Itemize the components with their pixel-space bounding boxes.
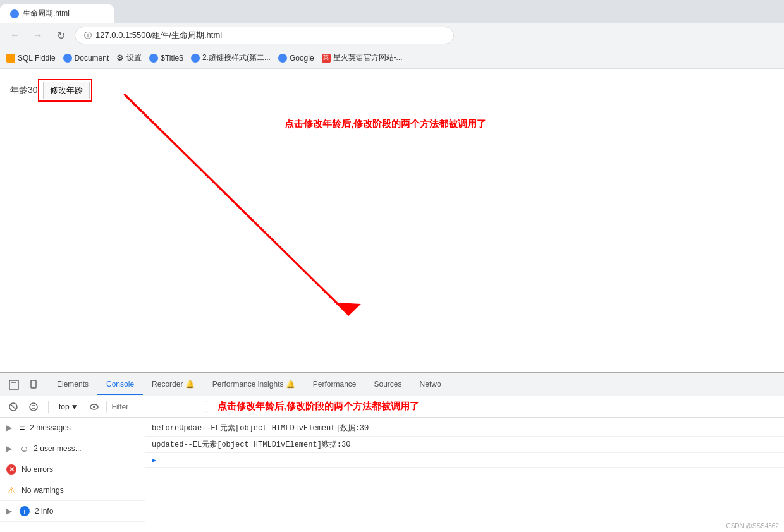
filter-input[interactable] [106, 401, 207, 413]
tab-elements[interactable]: Elements [48, 375, 97, 395]
console-text-2: updated--EL元素[object HTMLDivElement]数据:3… [152, 439, 350, 450]
svg-line-6 [11, 404, 16, 409]
modify-btn-wrapper: 修改年龄 [38, 79, 92, 102]
devtools-tab-bar: Elements Console Recorder 🔔 Performance … [0, 373, 784, 396]
sidebar-errors[interactable]: ✕ No errors [0, 459, 145, 480]
google-icon [278, 54, 287, 63]
messages-label: 2 messages [30, 423, 71, 432]
expand-icon: ▶ [6, 423, 12, 432]
tab-recorder[interactable]: Recorder 🔔 [143, 375, 204, 395]
warnings-label: No warnings [21, 486, 64, 495]
arrow-overlay [0, 69, 784, 372]
devtools-control-icons [5, 376, 43, 394]
address-bar: ← → ↻ ⓘ 127.0.0.1:5500/组件/生命周期.html [0, 23, 784, 48]
browser-chrome: 生命周期.html ← → ↻ ⓘ 127.0.0.1:5500/组件/生命周期… [0, 0, 784, 69]
globe-icon2 [191, 54, 200, 63]
age-row: 年龄30 修改年龄 [10, 79, 774, 102]
devtools-toolbar: top ▼ 点击修改年龄后,修改阶段的两个方法都被调用了 [0, 396, 784, 418]
console-line-1: beforeUpdae--EL元素[object HTMLDivElement]… [145, 420, 784, 437]
modify-age-button[interactable]: 修改年龄 [43, 82, 90, 99]
console-prompt-icon[interactable]: ▶ [152, 456, 156, 464]
console-annotation: 点击修改年龄后,修改阶段的两个方法都被调用了 [217, 401, 419, 413]
bookmarks-bar: SQL Fiddle Document ⚙ 设置 $Title$ 2.超链接样式… [0, 48, 784, 68]
forward-button[interactable]: → [29, 27, 47, 44]
expand-icon2: ▶ [6, 444, 12, 453]
sidebar-messages[interactable]: ▶ ≡ 2 messages [0, 418, 145, 438]
svg-rect-4 [33, 387, 34, 388]
annotation-text: 点击修改年龄后,修改阶段的两个方法都被调用了 [285, 118, 486, 130]
settings-icon: ⚙ [116, 53, 124, 63]
device-toolbar-button[interactable] [25, 376, 43, 394]
list-icon: ≡ [20, 423, 25, 433]
bookmark-hyperlink[interactable]: 2.超链接样式(第二... [191, 52, 271, 63]
devtools-sidebar: ▶ ≡ 2 messages ▶ ☺ 2 user mess... ✕ No e… [0, 418, 145, 532]
document-icon [63, 54, 72, 63]
errors-label: No errors [21, 465, 53, 474]
sidebar-user-messages[interactable]: ▶ ☺ 2 user mess... [0, 438, 145, 459]
tab-network[interactable]: Netwo [411, 375, 450, 395]
user-icon: ☺ [20, 444, 28, 454]
console-text-1: beforeUpdae--EL元素[object HTMLDivElement]… [152, 423, 369, 433]
address-bar-input[interactable]: ⓘ 127.0.0.1:5500/组件/生命周期.html [75, 27, 454, 44]
page-content: 年龄30 修改年龄 点击修改年龄后,修改阶段的两个方法都被调用了 [0, 69, 784, 372]
tab-bar: 生命周期.html [0, 0, 784, 23]
expand-icon3: ▶ [6, 507, 12, 516]
bookmark-title[interactable]: $Title$ [149, 54, 183, 63]
address-text: 127.0.0.1:5500/组件/生命周期.html [95, 30, 222, 41]
tab-sources[interactable]: Sources [365, 375, 411, 395]
context-label: top [59, 402, 70, 411]
inspect-element-button[interactable] [5, 376, 23, 394]
bookmark-label: 2.超链接样式(第二... [202, 52, 271, 63]
context-selector[interactable]: top ▼ [55, 401, 82, 413]
tab-console[interactable]: Console [97, 375, 143, 395]
clear-console-button[interactable] [5, 399, 21, 415]
bookmark-settings[interactable]: ⚙ 设置 [116, 52, 142, 63]
reload-button[interactable]: ↻ [52, 27, 70, 44]
tab-performance[interactable]: Performance [304, 375, 365, 395]
info-icon: i [20, 506, 30, 516]
bookmark-label: $Title$ [161, 54, 183, 63]
bookmark-label: 设置 [126, 52, 142, 63]
back-button[interactable]: ← [6, 27, 24, 44]
bookmark-label: Document [75, 54, 109, 63]
bookmark-sql-fiddle[interactable]: SQL Fiddle [6, 54, 56, 63]
bookmark-xinghuoyingyu[interactable]: 英 星火英语官方网站-... [322, 52, 403, 63]
devtools-console-output: beforeUpdae--EL元素[object HTMLDivElement]… [145, 418, 784, 532]
console-line-2: updated--EL元素[object HTMLDivElement]数据:3… [145, 437, 784, 453]
globe-icon [149, 54, 158, 63]
svg-point-7 [30, 403, 37, 411]
devtools-body: ▶ ≡ 2 messages ▶ ☺ 2 user mess... ✕ No e… [0, 418, 784, 532]
active-tab[interactable]: 生命周期.html [0, 4, 114, 23]
sql-fiddle-icon [6, 54, 15, 63]
tab-favicon [10, 9, 19, 18]
bookmark-google[interactable]: Google [278, 54, 314, 63]
svg-point-11 [93, 406, 95, 408]
secure-icon: ⓘ [84, 30, 92, 41]
svg-rect-2 [9, 380, 18, 389]
xinghuoyingyu-icon: 英 [322, 54, 331, 63]
bookmark-document[interactable]: Document [63, 54, 109, 63]
warning-icon: ⚠ [6, 485, 16, 495]
devtools-panel: Elements Console Recorder 🔔 Performance … [0, 372, 784, 532]
console-prompt-line[interactable]: ▶ [145, 453, 784, 468]
eye-button[interactable] [86, 399, 102, 415]
bookmark-label: SQL Fiddle [18, 54, 56, 63]
toolbar-divider [48, 401, 49, 413]
error-icon: ✕ [6, 464, 16, 475]
age-label: 年龄30 [10, 85, 38, 96]
info-label: 2 info [35, 507, 53, 516]
context-dropdown-icon: ▼ [71, 402, 78, 411]
tab-title: 生命周期.html [23, 8, 70, 19]
bookmark-label: 星火英语官方网站-... [333, 52, 403, 63]
bookmark-label: Google [290, 54, 314, 63]
sidebar-warnings[interactable]: ⚠ No warnings [0, 480, 145, 501]
tab-performance-insights[interactable]: Performance insights 🔔 [204, 375, 304, 395]
stop-recording-button[interactable] [25, 399, 42, 415]
watermark: CSDN @SSS4362 [726, 523, 779, 529]
sidebar-info[interactable]: ▶ i 2 info [0, 501, 145, 522]
svg-marker-1 [338, 303, 361, 315]
user-messages-label: 2 user mess... [34, 444, 81, 453]
